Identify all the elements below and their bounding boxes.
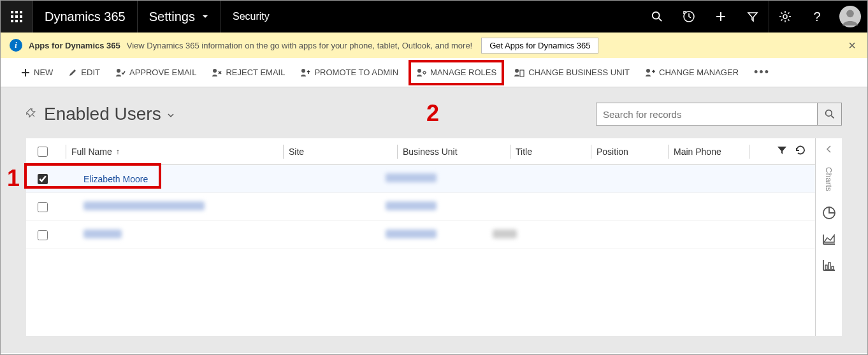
svg-point-18	[117, 69, 120, 73]
col-label: Position	[597, 147, 628, 157]
content-area: 2 Enabled Users Full Name ↑	[1, 87, 867, 353]
row-checkbox[interactable]	[38, 202, 66, 212]
cmd-label: CHANGE BUSINESS UNIT	[528, 68, 630, 77]
new-command[interactable]: NEW	[13, 58, 61, 87]
col-sep	[283, 145, 284, 159]
help-button[interactable]: ?	[801, 1, 833, 33]
svg-point-15	[846, 10, 854, 18]
svg-rect-23	[520, 70, 524, 76]
view-selector[interactable]: Enabled Users	[44, 104, 175, 124]
col-sep	[66, 145, 66, 159]
annotation-one: 1	[7, 165, 20, 192]
col-label: Site	[289, 147, 304, 157]
pin-icon[interactable]	[26, 108, 36, 120]
get-apps-button[interactable]: Get Apps for Dynamics 365	[481, 38, 598, 54]
banner-close-button[interactable]: ×	[846, 38, 858, 53]
pie-chart-button[interactable]	[821, 205, 837, 222]
promote-admin-command[interactable]: PROMOTE TO ADMIN	[293, 58, 406, 87]
area-chart-button[interactable]	[821, 231, 837, 249]
table-row[interactable]	[26, 221, 815, 249]
svg-line-10	[659, 18, 662, 22]
svg-point-21	[417, 69, 421, 73]
svg-point-9	[653, 12, 660, 19]
svg-rect-1	[15, 11, 18, 13]
svg-rect-3	[11, 15, 13, 18]
change-manager-command[interactable]: CHANGE MANAGER	[637, 58, 746, 87]
reject-email-command[interactable]: REJECT EMAIL	[204, 58, 293, 87]
cmd-label: REJECT EMAIL	[226, 68, 285, 77]
svg-rect-8	[20, 20, 22, 22]
search-icon	[651, 11, 663, 22]
nav-icon-group: ?	[641, 1, 867, 33]
col-sep	[749, 145, 749, 159]
bar-chart-button[interactable]	[821, 257, 837, 275]
svg-rect-4	[15, 15, 18, 18]
user-avatar[interactable]	[839, 6, 861, 27]
refresh-icon[interactable]	[795, 145, 806, 158]
grid: Full Name ↑ Site Business Unit Title Pos…	[26, 138, 842, 336]
funnel-icon	[747, 11, 758, 22]
app-launcher-button[interactable]	[1, 1, 33, 33]
context-label[interactable]: Security	[221, 1, 641, 33]
manage-roles-command[interactable]: MANAGE ROLES	[409, 60, 504, 85]
col-sep	[668, 145, 669, 159]
svg-rect-7	[15, 20, 18, 22]
change-business-unit-command[interactable]: CHANGE BUSINESS UNIT	[507, 58, 637, 87]
collapse-charts-button[interactable]	[825, 145, 834, 156]
cell-title	[493, 229, 568, 240]
column-site[interactable]: Site	[289, 147, 397, 157]
person-up-icon	[300, 68, 310, 77]
area-dropdown[interactable]: Settings	[138, 1, 221, 33]
filter-button[interactable]	[737, 1, 769, 33]
sort-asc-icon: ↑	[116, 147, 120, 156]
select-all-checkbox[interactable]	[38, 147, 66, 157]
search-icon	[825, 109, 835, 119]
user-link[interactable]: Elizabeth Moore	[83, 174, 148, 184]
approve-email-command[interactable]: APPROVE EMAIL	[108, 58, 204, 87]
cmd-label: NEW	[34, 68, 53, 77]
search-button[interactable]	[641, 1, 673, 33]
svg-rect-5	[20, 15, 22, 18]
gear-icon	[779, 10, 792, 23]
cell-business-unit	[386, 173, 493, 184]
svg-point-24	[515, 69, 519, 73]
col-label: Main Phone	[674, 147, 721, 157]
column-fullname[interactable]: Full Name ↑	[71, 147, 283, 157]
charts-panel: Charts	[815, 138, 842, 336]
question-icon: ?	[813, 10, 820, 24]
notification-banner: i Apps for Dynamics 365 View Dynamics 36…	[1, 33, 867, 58]
waffle-icon	[11, 11, 22, 22]
svg-point-25	[646, 69, 650, 73]
search-button[interactable]	[818, 103, 842, 126]
column-position[interactable]: Position	[597, 147, 668, 157]
cmd-label: MANAGE ROLES	[430, 68, 496, 77]
cell-fullname	[66, 229, 277, 240]
filter-icon[interactable]	[777, 145, 787, 157]
settings-button[interactable]	[769, 1, 801, 33]
chevron-down-icon	[201, 13, 209, 20]
column-main-phone[interactable]: Main Phone	[674, 147, 749, 157]
column-business-unit[interactable]: Business Unit	[403, 147, 510, 157]
edit-command[interactable]: EDIT	[61, 58, 108, 87]
svg-line-27	[831, 115, 834, 118]
table-row[interactable]: 1 Elizabeth Moore	[26, 165, 815, 193]
more-commands-button[interactable]: •••	[746, 66, 778, 79]
col-sep	[397, 145, 398, 159]
column-title[interactable]: Title	[516, 147, 591, 157]
row-checkbox[interactable]	[38, 174, 66, 184]
table-row[interactable]	[26, 193, 815, 221]
annotation-two: 2	[426, 100, 439, 127]
svg-rect-31	[832, 266, 834, 270]
pie-chart-icon	[821, 205, 837, 221]
recent-button[interactable]	[673, 1, 705, 33]
area-chart-icon	[821, 231, 837, 247]
new-button[interactable]	[705, 1, 737, 33]
cell-fullname	[66, 201, 277, 212]
svg-rect-0	[11, 11, 13, 13]
row-checkbox[interactable]	[38, 230, 66, 240]
search-input[interactable]	[596, 103, 818, 126]
pencil-icon	[68, 68, 77, 77]
command-bar: NEW EDIT APPROVE EMAIL REJECT EMAIL PROM…	[1, 58, 867, 87]
cell-fullname: Elizabeth Moore	[66, 174, 277, 184]
banner-title: Apps for Dynamics 365	[29, 41, 120, 50]
